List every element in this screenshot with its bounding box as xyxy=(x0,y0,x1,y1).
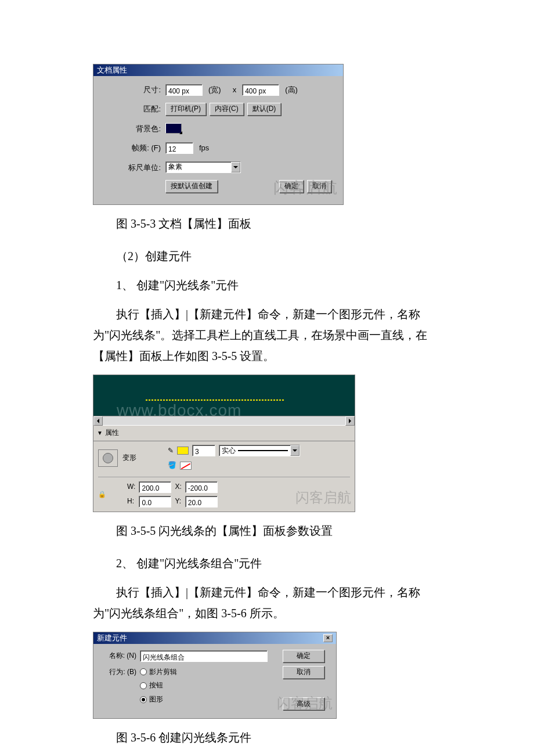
dialog-title: 新建元件 xyxy=(97,631,127,645)
behavior-label: 行为: (B) xyxy=(100,666,140,679)
paragraph-1: 执行【插入】|【新建元件】命令，新建一个图形元件，名称为"闪光线条"。选择工具栏… xyxy=(93,304,441,366)
paragraph-2: 执行【插入】|【新建元件】命令，新建一个图形元件，名称为"闪光线条组合"，如图 … xyxy=(93,582,441,624)
h-scrollbar[interactable] xyxy=(93,416,355,425)
stroke-style-value: 实心 xyxy=(222,445,236,458)
height-suffix: (高) xyxy=(285,83,298,96)
opt-movie-label: 影片剪辑 xyxy=(149,666,177,679)
close-icon[interactable]: × xyxy=(323,634,333,642)
ruler-label: 标尺单位: xyxy=(102,161,165,174)
item-1-heading: 1、 创建"闪光线条"元件 xyxy=(93,275,441,296)
caption-3-5-3: 图 3-5-3 文档【属性】面板 xyxy=(93,213,441,234)
radio-button[interactable] xyxy=(140,682,147,689)
match-default-button[interactable]: 默认(D) xyxy=(247,103,282,116)
create-default-button[interactable]: 按默认值创建 xyxy=(165,180,218,193)
pencil-icon: ✎ xyxy=(168,445,174,458)
h-label: H: xyxy=(127,495,135,508)
ok-button[interactable]: 确定 xyxy=(283,650,324,663)
height-input[interactable]: 400 px xyxy=(242,84,279,96)
fill-color-swatch[interactable] xyxy=(180,462,192,470)
radio-graphic[interactable] xyxy=(140,696,147,703)
bg-label: 背景色: xyxy=(102,122,165,135)
match-label: 匹配: xyxy=(102,102,165,116)
fps-input[interactable]: 12 xyxy=(165,142,193,154)
size-label: 尺寸: xyxy=(102,83,165,96)
new-symbol-dialog: 新建元件 × 名称: (N) 闪光线条组合 行为: (B) 影片剪辑 按钮 xyxy=(93,632,337,719)
name-label: 名称: (N) xyxy=(100,650,140,663)
panel-title: 属性 xyxy=(105,429,119,437)
name-input[interactable]: 闪光线条组合 xyxy=(140,650,268,662)
shape-label: 变形 xyxy=(122,452,151,465)
ruler-select[interactable]: 象素 xyxy=(165,161,241,173)
match-printer-button[interactable]: 打印机(P) xyxy=(165,103,206,116)
x-label: x xyxy=(233,83,237,96)
chevron-down-icon xyxy=(290,445,300,456)
width-suffix: (宽) xyxy=(208,83,221,96)
caption-3-5-5: 图 3-5-5 闪光线条的【属性】面板参数设置 xyxy=(93,520,441,541)
properties-panel: www.bdocx.com 属性 变形 ✎ 3 实心 xyxy=(93,375,355,512)
w-input[interactable]: 200.0 xyxy=(139,481,171,493)
document-properties-dialog: 文档属性 尺寸: 400 px (宽) x 400 px (高) 匹配: 打印机… xyxy=(93,64,344,205)
bucket-icon: 🪣 xyxy=(168,459,176,472)
w-label: W: xyxy=(127,481,135,494)
stroke-style-select[interactable]: 实心 xyxy=(219,445,300,456)
x-label: X: xyxy=(175,481,181,494)
radio-movie[interactable] xyxy=(140,668,147,675)
step-2-heading: （2）创建元件 xyxy=(93,246,441,267)
x-input[interactable]: -200.0 xyxy=(185,481,218,493)
canvas-watermark: www.bdocx.com xyxy=(117,396,241,416)
opt-graphic-label: 图形 xyxy=(149,693,163,706)
item-2-heading: 2、 创建"闪光线条组合"元件 xyxy=(93,553,441,574)
lock-icon[interactable] xyxy=(98,488,106,501)
chevron-down-icon xyxy=(231,162,240,172)
watermark: 闪客启航 xyxy=(277,691,333,716)
cancel-button[interactable]: 取消 xyxy=(283,666,324,679)
stroke-color-swatch[interactable] xyxy=(177,447,189,455)
stroke-width-input[interactable]: 3 xyxy=(192,445,215,456)
fps-unit: fps xyxy=(199,141,209,154)
ruler-value: 象素 xyxy=(168,161,182,174)
dialog-title: 文档属性 xyxy=(93,64,343,76)
canvas-area[interactable]: www.bdocx.com xyxy=(93,375,355,416)
y-label: Y: xyxy=(175,495,181,508)
width-input[interactable]: 400 px xyxy=(165,84,203,96)
cancel-button[interactable]: 取消 xyxy=(307,180,331,193)
opt-button-label: 按钮 xyxy=(149,679,163,692)
watermark: 闪客启航 xyxy=(295,485,351,510)
shape-icon xyxy=(98,449,118,467)
collapse-icon xyxy=(97,429,105,437)
scroll-right-icon[interactable] xyxy=(345,416,355,426)
bg-color-swatch[interactable] xyxy=(165,123,182,134)
scroll-left-icon[interactable] xyxy=(93,416,103,426)
caption-3-5-6: 图 3-5-6 创建闪光线条元件 xyxy=(93,727,441,748)
y-input[interactable]: 20.0 xyxy=(185,496,218,507)
match-content-button[interactable]: 内容(C) xyxy=(210,103,244,116)
h-input[interactable]: 0.0 xyxy=(139,496,171,507)
panel-header[interactable]: 属性 xyxy=(93,425,355,441)
ok-button[interactable]: 确定 xyxy=(279,180,304,193)
fps-label: 帧频: (F) xyxy=(102,141,165,154)
